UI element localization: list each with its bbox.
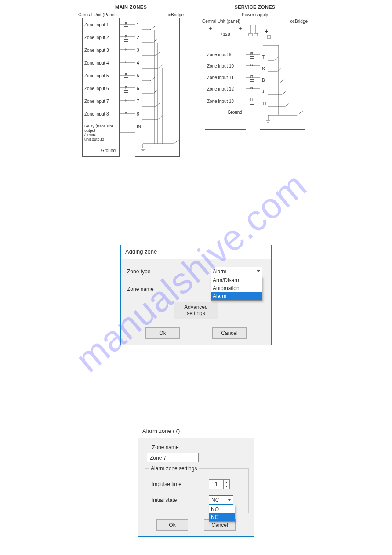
central-unit-label: Central Unit (panel): [202, 19, 240, 24]
zone-type-dropdown: Arm/Disarm Automation Alarm: [211, 276, 262, 301]
ocbridge-label: ocBridge: [167, 12, 184, 17]
wiring-diagrams: MAIN ZONES Central Unit (Panel) ocBridge…: [78, 4, 316, 157]
zone-input-row: Zone input 6: [83, 82, 119, 95]
main-zones-title: MAIN ZONES: [115, 4, 147, 10]
central-unit-label: Central Unit (Panel): [78, 12, 117, 17]
alarm-zone-dialog: Alarm zone (7) Zone name Zone 7 Alarm zo…: [138, 424, 254, 537]
svg-rect-19: [254, 33, 258, 36]
impulse-time-spinner[interactable]: 1 ▲ ▼: [209, 479, 230, 489]
svg-rect-26: [267, 36, 271, 38]
main-zones-diagram: MAIN ZONES Central Unit (Panel) ocBridge…: [78, 4, 184, 157]
dropdown-option[interactable]: NO: [209, 505, 235, 513]
zone-input-row: Zone input 4: [83, 57, 119, 69]
ok-button[interactable]: Ok: [145, 327, 180, 339]
ocbridge-panel-service: + T S B J T1: [260, 25, 305, 130]
dialog-title: Alarm zone (7): [138, 424, 254, 438]
zone-input-row: Zone input 10: [205, 60, 246, 72]
central-unit-panel: ++ +12B Zone input 9 Zone input 10 Zone …: [205, 25, 246, 130]
power-supply-label: Power supply: [242, 12, 268, 17]
zone-input-row: Zone input 12: [205, 83, 246, 94]
zone-input-row: Zone input 2: [83, 31, 119, 44]
spinner-up-icon[interactable]: ▲: [224, 480, 229, 484]
zone-input-row: Zone input 7: [83, 95, 119, 108]
central-unit-panel: Zone input 1 Zone input 2 Zone input 3 Z…: [82, 18, 120, 157]
dropdown-option[interactable]: Automation: [211, 284, 262, 292]
zone-name-label: Zone name: [127, 286, 211, 292]
main-zones-header-row: Central Unit (Panel) ocBridge: [78, 12, 184, 17]
zone-name-label: Zone name: [152, 444, 249, 450]
cancel-button[interactable]: Cancel: [212, 327, 247, 339]
service-zones-header-row: Central Unit (panel) ocBridge: [202, 19, 308, 24]
advanced-settings-button[interactable]: Advanced settings: [174, 302, 218, 319]
ground-row: Ground: [205, 108, 246, 116]
zone-input-row: Zone input 11: [205, 72, 246, 83]
adding-zone-dialog: Adding zone Zone type Alarm Arm/Disarm A…: [120, 245, 272, 345]
zone-input-row: Zone input 1: [83, 18, 119, 31]
initial-state-value: NC: [211, 497, 219, 503]
ok-button[interactable]: Ok: [156, 519, 188, 531]
alarm-zone-settings-group: Alarm zone settings Impulse time 1 ▲ ▼ I…: [145, 468, 249, 513]
zone-input-row: Zone input 13: [205, 94, 246, 108]
dropdown-option[interactable]: NC: [209, 513, 235, 521]
ocbridge-panel-main: 1 2 3 4 5 6 7 8 IN: [135, 18, 180, 157]
impulse-time-value: 1: [209, 480, 223, 489]
service-zones-diagram: SERVICE ZONES Power supply Central Unit …: [202, 4, 308, 157]
initial-state-combo[interactable]: NC NO NC: [209, 495, 233, 505]
relay-strip: R R R R R R R R: [120, 18, 135, 157]
initial-state-dropdown: NO NC: [209, 505, 235, 522]
zone-input-row: Zone input 8: [83, 108, 119, 120]
zone-type-label: Zone type: [127, 268, 211, 275]
impulse-time-label: Impulse time: [152, 481, 209, 487]
dialog-title: Adding zone: [121, 245, 271, 259]
zone-input-row: Zone input 9: [205, 49, 246, 60]
chevron-down-icon: [228, 499, 231, 501]
dropdown-option[interactable]: Arm/Disarm: [211, 276, 262, 284]
zone-input-row: Zone input 5: [83, 69, 119, 82]
zone-name-value: Zone 7: [150, 455, 166, 461]
zone-name-input[interactable]: Zone 7: [147, 453, 199, 462]
chevron-down-icon: [257, 270, 260, 272]
ground-row: Ground: [83, 146, 119, 155]
zone-type-combo[interactable]: Alarm Arm/Disarm Automation Alarm: [211, 267, 262, 276]
ocbridge-label: ocBridge: [290, 19, 308, 24]
zone-type-value: Alarm: [213, 268, 226, 275]
relay-output-row: Relay (transistor output /central unit o…: [83, 120, 119, 146]
service-zones-title: SERVICE ZONES: [235, 4, 276, 10]
relay-strip: R R R R R: [246, 25, 260, 130]
zone-input-row: Zone input 3: [83, 44, 119, 57]
main-zones-wires: [135, 18, 180, 156]
group-title: Alarm zone settings: [149, 465, 199, 472]
initial-state-label: Initial state: [152, 497, 209, 503]
svg-rect-18: [249, 33, 252, 36]
dropdown-option[interactable]: Alarm: [211, 292, 262, 300]
spinner-down-icon[interactable]: ▼: [224, 484, 229, 489]
